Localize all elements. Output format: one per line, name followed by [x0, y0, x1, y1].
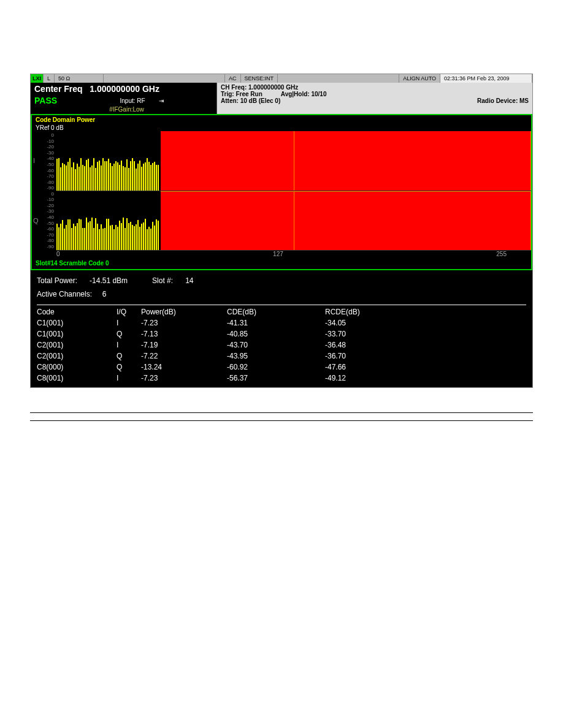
table-row: C1(001)I-7.23-41.31-34.05 — [37, 317, 526, 328]
data-section: Total Power: -14.51 dBm Slot #: 14 Activ… — [31, 270, 532, 387]
status-l: L — [44, 74, 55, 83]
channel-table: Code I/Q Power(dB) CDE(dB) RCDE(dB) C1(0… — [37, 305, 526, 384]
x-axis: 0 127 255 — [32, 251, 531, 257]
total-power: Total Power: -14.51 dBm — [37, 276, 128, 285]
table-header: Code I/Q Power(dB) CDE(dB) RCDE(dB) — [37, 305, 526, 317]
trig: Trig: Free Run — [221, 91, 262, 97]
y-axis-labels: 0-10-20-30-40-50-60-70-80-90 0-10-20-30-… — [32, 131, 56, 251]
ch-freq: CH Freq: 1.000000000 GHz — [221, 84, 298, 91]
pass-indicator: PASS — [31, 96, 67, 105]
header-row: Center Freq 1.000000000 GHz PASS Input: … — [31, 83, 532, 114]
slot-info: Slot#14 Scramble Code 0 — [32, 257, 531, 269]
ifgain-label: #IFGain:Low — [31, 106, 216, 114]
radio-device: Radio Device: MS — [477, 97, 529, 104]
status-align: ALIGN AUTO — [399, 74, 440, 83]
plot-area: Code Domain Power YRef 0 dB 0-10-20-30-4… — [31, 114, 532, 270]
document-rule — [30, 412, 533, 413]
avg-hold: Avg|Hold: 10/10 — [281, 91, 327, 97]
table-row: C8(001)I-7.23-56.37-49.12 — [37, 373, 526, 384]
atten: Atten: 10 dB (Elec 0) — [221, 97, 280, 104]
red-region-i — [161, 131, 531, 191]
chart-q: Q — [56, 191, 531, 251]
status-ac: AC — [225, 74, 241, 83]
active-channels: Active Channels: 6 — [37, 290, 106, 298]
plot-title: Code Domain Power — [32, 115, 531, 124]
arrow-icon: ⇥ — [159, 97, 164, 104]
center-freq: Center Freq 1.000000000 GHz — [31, 83, 216, 95]
y-ref: YRef 0 dB — [32, 124, 531, 131]
table-row: C2(001)Q-7.22-43.95-36.70 — [37, 351, 526, 362]
lxi-indicator: LXI — [31, 74, 44, 83]
table-row: C8(000)Q-13.24-60.92-47.66 — [37, 362, 526, 373]
red-region-q — [161, 191, 531, 251]
status-sense: SENSE:INT — [241, 74, 278, 83]
slot-number: Slot #: 14 — [152, 276, 193, 285]
status-impedance: 50 Ω — [55, 74, 104, 83]
status-time: 02:31:36 PM Feb 23, 2009 — [440, 74, 532, 83]
table-row: C2(001)I-7.19-43.70-36.48 — [37, 339, 526, 351]
document-rule — [30, 420, 533, 421]
instrument-screen: LXI L 50 Ω AC SENSE:INT ALIGN AUTO 02:31… — [30, 74, 533, 388]
table-row: C1(001)Q-7.13-40.85-33.70 — [37, 328, 526, 339]
status-bar: LXI L 50 Ω AC SENSE:INT ALIGN AUTO 02:31… — [31, 74, 532, 83]
chart-i: I — [56, 131, 531, 191]
input-rf-label: Input: RF ⇥ — [67, 97, 216, 104]
